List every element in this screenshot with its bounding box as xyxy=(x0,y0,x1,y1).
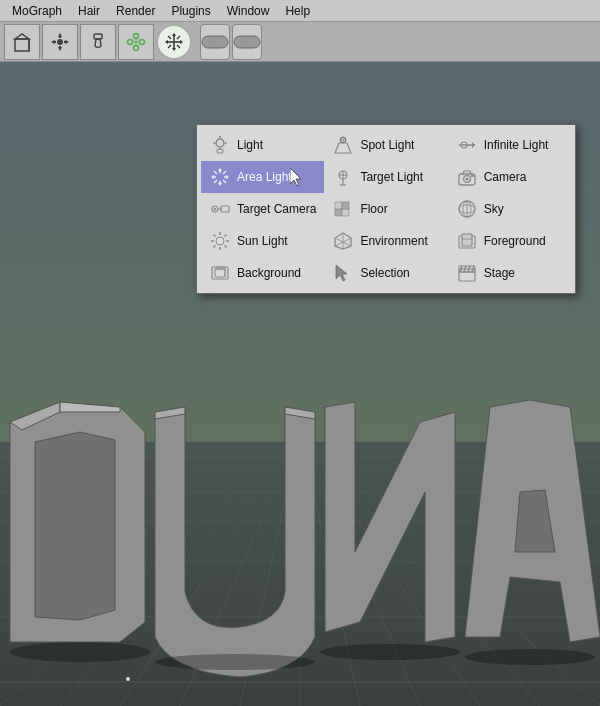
dropdown-item-environment-label: Environment xyxy=(360,234,427,248)
dropdown-item-sky[interactable]: Sky xyxy=(448,193,571,225)
dropdown-item-background-label: Background xyxy=(237,266,301,280)
dropdown-item-foreground[interactable]: Foreground xyxy=(448,225,571,257)
svg-rect-92 xyxy=(221,206,229,212)
svg-line-25 xyxy=(168,36,171,39)
menu-plugins[interactable]: Plugins xyxy=(163,2,218,20)
svg-marker-24 xyxy=(180,40,183,44)
svg-point-63 xyxy=(340,137,346,143)
svg-line-76 xyxy=(223,171,226,174)
svg-marker-11 xyxy=(65,40,69,44)
svg-point-3 xyxy=(57,39,63,45)
light-icon xyxy=(209,134,231,156)
svg-line-125 xyxy=(468,266,470,272)
menu-mograph[interactable]: MoGraph xyxy=(4,2,70,20)
svg-marker-68 xyxy=(218,168,222,171)
dropdown-item-targetlight-label: Target Light xyxy=(360,170,423,184)
dropdown-item-stage[interactable]: Stage xyxy=(448,257,571,289)
svg-point-13 xyxy=(128,39,133,44)
mode-btn2[interactable] xyxy=(232,24,262,60)
camera-icon xyxy=(456,166,478,188)
svg-point-54 xyxy=(320,644,460,660)
svg-marker-22 xyxy=(172,48,176,51)
arealight-icon xyxy=(209,166,231,188)
svg-line-123 xyxy=(460,266,462,272)
dropdown-item-spotlight-label: Spot Light xyxy=(360,138,414,152)
infinitelight-icon xyxy=(456,134,478,156)
dropdown-item-camera[interactable]: Camera xyxy=(448,161,571,193)
svg-point-90 xyxy=(214,208,216,210)
mode-btn1[interactable] xyxy=(200,24,230,60)
svg-marker-5 xyxy=(58,33,62,37)
svg-rect-115 xyxy=(462,234,472,246)
dropdown-item-sunlight[interactable]: Sun Light xyxy=(201,225,324,257)
svg-point-57 xyxy=(216,139,224,147)
svg-line-26 xyxy=(177,36,180,39)
sunlight-icon xyxy=(209,230,231,252)
menu-help[interactable]: Help xyxy=(277,2,318,20)
cube-tool-button[interactable] xyxy=(4,24,40,60)
targetlight-icon xyxy=(332,166,354,188)
svg-point-53 xyxy=(155,654,315,670)
dropdown-item-floor[interactable]: Floor xyxy=(324,193,447,225)
svg-marker-23 xyxy=(165,40,168,44)
selection-icon xyxy=(332,262,354,284)
move-tool-button[interactable] xyxy=(42,24,78,60)
svg-marker-21 xyxy=(172,33,176,36)
dropdown-item-light[interactable]: Light xyxy=(201,129,324,161)
svg-point-14 xyxy=(134,33,139,38)
dropdown-item-targetcamera-label: Target Camera xyxy=(237,202,316,216)
svg-point-101 xyxy=(216,237,224,245)
svg-marker-70 xyxy=(218,183,222,186)
dropdown-item-targetcamera[interactable]: Target Camera xyxy=(201,193,324,225)
svg-line-108 xyxy=(225,235,227,237)
dropdown-menu: Light Spot Light Infinite Light xyxy=(196,124,576,294)
dropdown-item-spotlight[interactable]: Spot Light xyxy=(324,129,447,161)
svg-marker-65 xyxy=(472,142,475,148)
dropdown-item-sky-label: Sky xyxy=(484,202,504,216)
nodes-tool-button[interactable] xyxy=(118,24,154,60)
dropdown-item-targetlight[interactable]: Target Light xyxy=(324,161,447,193)
targetcamera-icon xyxy=(209,198,231,220)
svg-line-28 xyxy=(177,45,180,48)
svg-rect-96 xyxy=(342,202,349,209)
svg-marker-1 xyxy=(15,34,29,39)
svg-line-106 xyxy=(214,235,216,237)
dropdown-item-selection[interactable]: Selection xyxy=(324,257,447,289)
svg-line-77 xyxy=(214,180,217,183)
svg-rect-88 xyxy=(471,175,474,177)
dropdown-item-sunlight-label: Sun Light xyxy=(237,234,288,248)
svg-marker-72 xyxy=(211,175,214,179)
svg-marker-74 xyxy=(226,175,229,179)
dropdown-item-selection-label: Selection xyxy=(360,266,409,280)
floor-icon xyxy=(332,198,354,220)
svg-line-124 xyxy=(464,266,466,272)
menu-render[interactable]: Render xyxy=(108,2,163,20)
menu-hair[interactable]: Hair xyxy=(70,2,108,20)
transform-tool-button[interactable] xyxy=(156,24,192,60)
dropdown-item-arealight[interactable]: Area Light xyxy=(201,161,324,193)
dropdown-item-arealight-label: Area Light xyxy=(237,170,292,184)
svg-marker-7 xyxy=(58,47,62,51)
svg-point-86 xyxy=(465,178,468,181)
svg-rect-118 xyxy=(215,269,225,277)
svg-line-109 xyxy=(214,246,216,248)
dropdown-item-camera-label: Camera xyxy=(484,170,527,184)
dropdown-item-stage-label: Stage xyxy=(484,266,515,280)
viewport: Light Spot Light Infinite Light xyxy=(0,62,600,706)
dropdown-item-background[interactable]: Background xyxy=(201,257,324,289)
svg-line-27 xyxy=(168,45,171,48)
menu-window[interactable]: Window xyxy=(219,2,278,20)
dropdown-item-floor-label: Floor xyxy=(360,202,387,216)
svg-line-78 xyxy=(223,180,226,183)
dropdown-item-light-label: Light xyxy=(237,138,263,152)
svg-rect-29 xyxy=(202,36,228,48)
dropdown-item-environment[interactable]: Environment xyxy=(324,225,447,257)
dropdown-item-infinitelight[interactable]: Infinite Light xyxy=(448,129,571,161)
toolbar xyxy=(0,22,600,62)
svg-rect-95 xyxy=(335,202,342,209)
svg-line-75 xyxy=(214,171,217,174)
svg-point-16 xyxy=(134,45,139,50)
spotlight-icon xyxy=(332,134,354,156)
brush-tool-button[interactable] xyxy=(80,24,116,60)
sky-icon xyxy=(456,198,478,220)
